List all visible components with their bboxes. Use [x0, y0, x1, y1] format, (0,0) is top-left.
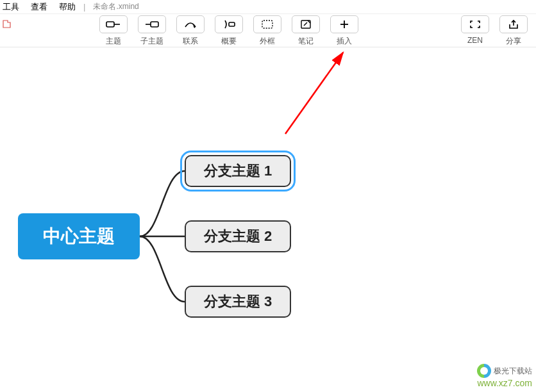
branch-topic-3[interactable]: 分支主题 3 [185, 286, 291, 318]
outline-icon[interactable] [3, 19, 12, 30]
central-topic[interactable]: 中心主题 [18, 213, 140, 259]
expand-icon [461, 15, 489, 33]
share-button[interactable]: 分享 [496, 14, 531, 47]
subtopic-label: 子主题 [140, 36, 163, 47]
toolbar-right-group: ZEN 分享 [458, 14, 531, 47]
watermark-logo-icon [477, 364, 491, 378]
boundary-icon [253, 15, 281, 33]
zen-button[interactable]: ZEN [458, 14, 492, 47]
topic-icon [99, 15, 128, 33]
relation-label: 联系 [183, 36, 198, 47]
share-label: 分享 [506, 36, 521, 47]
summary-icon [215, 15, 243, 33]
mindmap-canvas[interactable]: 中心主题 分支主题 1 分支主题 2 分支主题 3 极光下载站 www.xz7.… [0, 47, 536, 392]
watermark-name: 极光下载站 [494, 366, 532, 377]
topic-label: 主题 [106, 36, 121, 47]
insert-button[interactable]: 插入 [327, 14, 362, 47]
boundary-label: 外框 [260, 36, 275, 47]
annotation-arrow [276, 47, 359, 137]
summary-button[interactable]: 概要 [212, 14, 246, 47]
share-icon [499, 15, 528, 33]
relation-button[interactable]: 联系 [173, 14, 208, 47]
watermark-url: www.xz7.com [477, 378, 532, 388]
menu-help[interactable]: 帮助 [59, 1, 76, 13]
branch-topic-1[interactable]: 分支主题 1 [185, 155, 291, 187]
note-button[interactable]: 笔记 [289, 14, 323, 47]
subtopic-icon [138, 15, 166, 33]
zen-label: ZEN [467, 36, 483, 45]
relation-icon [176, 15, 205, 33]
svg-line-12 [285, 53, 343, 134]
watermark: 极光下载站 www.xz7.com [477, 364, 532, 388]
menu-view[interactable]: 查看 [31, 1, 47, 13]
svg-rect-3 [151, 22, 158, 27]
svg-rect-6 [262, 20, 272, 28]
subtopic-button[interactable]: 子主题 [135, 14, 169, 47]
insert-label: 插入 [337, 36, 352, 47]
menu-divider: | [83, 2, 85, 12]
svg-rect-0 [106, 22, 114, 27]
note-icon [292, 15, 320, 33]
note-label: 笔记 [298, 36, 314, 47]
summary-label: 概要 [221, 36, 237, 47]
svg-line-8 [304, 22, 307, 26]
watermark-logo: 极光下载站 [477, 364, 532, 378]
toolbar: 主题 子主题 联系 概要 外框 [0, 14, 536, 47]
boundary-button[interactable]: 外框 [250, 14, 285, 47]
svg-rect-5 [229, 22, 235, 26]
branch-topic-2[interactable]: 分支主题 2 [185, 220, 291, 252]
topic-button[interactable]: 主题 [96, 14, 131, 47]
menubar: 工具 查看 帮助 | 未命名.xmind [0, 0, 536, 14]
document-filename: 未命名.xmind [93, 1, 138, 12]
plus-icon [330, 15, 358, 33]
menu-tools[interactable]: 工具 [3, 1, 19, 13]
toolbar-main-group: 主题 子主题 联系 概要 外框 [96, 14, 362, 47]
